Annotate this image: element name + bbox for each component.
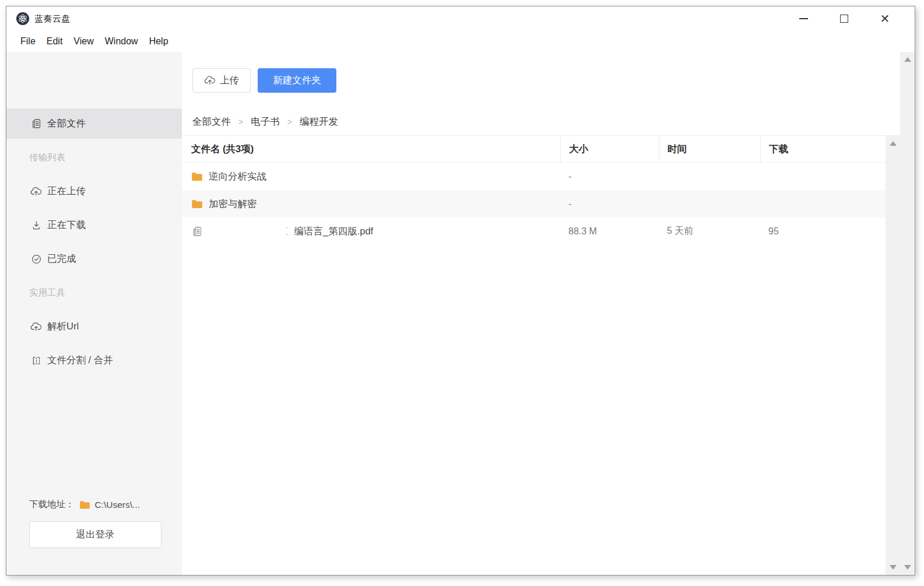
- sidebar-item-downloading[interactable]: 正在下载: [6, 210, 182, 240]
- file-downloads: [760, 190, 886, 217]
- sidebar-item-label: 已完成: [47, 252, 76, 265]
- sidebar-item-label: 正在上传: [47, 185, 86, 198]
- file-size: -: [560, 190, 659, 217]
- breadcrumb-separator: >: [238, 117, 243, 127]
- new-folder-button-label: 新建文件夹: [273, 74, 321, 87]
- column-header-size[interactable]: 大小: [560, 136, 659, 162]
- inner-scrollbar[interactable]: [886, 136, 900, 575]
- file-time: [659, 163, 760, 190]
- download-path-label: 下载地址：: [29, 499, 75, 511]
- sidebar-section-label: 传输列表: [29, 152, 65, 164]
- check-circle-icon: [30, 253, 42, 265]
- outer-scrollbar[interactable]: [900, 52, 915, 575]
- file-size: 88.3 M: [560, 217, 659, 245]
- breadcrumb: 全部文件 > 电子书 > 编程开发: [182, 108, 900, 136]
- sidebar-item-parse-url[interactable]: 解析Url: [6, 311, 182, 342]
- app-logo-icon: [16, 12, 30, 26]
- files-icon: [30, 118, 42, 129]
- file-table: 文件名 (共3项) 大小 时间 下载 逆向分析实战: [182, 136, 886, 575]
- table-row[interactable]: 逆向分析实战 -: [182, 163, 886, 190]
- download-icon: [30, 219, 42, 231]
- title-bar: 蓝奏云盘 ✕: [6, 6, 915, 31]
- column-header-name[interactable]: 文件名 (共3项): [182, 136, 560, 162]
- sidebar-section-tools: 实用工具: [6, 278, 182, 308]
- menu-bar: File Edit View Window Help: [6, 31, 915, 52]
- sidebar-item-split-merge[interactable]: 文件分割 / 合并: [6, 345, 182, 376]
- file-time: 5 天前: [659, 217, 760, 245]
- menu-help[interactable]: Help: [149, 36, 168, 47]
- logout-button[interactable]: 退出登录: [29, 521, 161, 548]
- folder-icon: [79, 500, 90, 510]
- breadcrumb-separator: >: [287, 117, 292, 127]
- maximize-button[interactable]: [839, 13, 849, 24]
- cloud-upload-icon: [204, 75, 216, 85]
- split-merge-icon: [30, 355, 42, 366]
- minimize-button[interactable]: [798, 13, 809, 24]
- sidebar-section-label: 实用工具: [29, 287, 65, 299]
- table-row[interactable]: 汇编语言_第四版.pdf 88.3 M 5 天前 95: [182, 217, 886, 245]
- sidebar-bottom: 下载地址： C:\Users\... 退出登录: [29, 499, 161, 548]
- menu-file[interactable]: File: [20, 36, 36, 47]
- menu-window[interactable]: Window: [105, 36, 138, 47]
- scroll-up-arrow-icon[interactable]: [890, 141, 897, 146]
- table-row[interactable]: 加密与解密 -: [182, 190, 886, 217]
- app-window: 蓝奏云盘 ✕ File Edit View Window Help: [6, 6, 915, 576]
- file-name: 加密与解密: [209, 198, 257, 210]
- sidebar-section-transfer-list: 传输列表: [6, 142, 182, 173]
- new-folder-button[interactable]: 新建文件夹: [258, 68, 336, 93]
- breadcrumb-item-current: 编程开发: [300, 115, 338, 128]
- file-table-region: 文件名 (共3项) 大小 时间 下载 逆向分析实战: [182, 136, 900, 575]
- sidebar-item-all-files[interactable]: 全部文件: [6, 108, 182, 139]
- sidebar-item-label: 解析Url: [47, 320, 79, 333]
- sidebar-item-label: 正在下载: [47, 219, 86, 231]
- file-time: [659, 190, 760, 217]
- sidebar: 全部文件 传输列表 正在上传: [6, 52, 182, 575]
- file-name: 逆向分析实战: [209, 170, 266, 183]
- scroll-down-arrow-icon[interactable]: [890, 565, 897, 570]
- redaction-overlay: [204, 222, 286, 240]
- main-content: 上传 新建文件夹 全部文件 > 电子书 > 编程开发 文件名 (共3项) 大小: [182, 52, 900, 575]
- file-downloads: 95: [760, 217, 886, 245]
- close-button[interactable]: ✕: [880, 13, 890, 24]
- column-header-time[interactable]: 时间: [659, 136, 760, 162]
- folder-icon: [191, 171, 203, 183]
- sidebar-item-uploading[interactable]: 正在上传: [6, 176, 182, 206]
- file-downloads: [760, 163, 886, 190]
- menu-view[interactable]: View: [73, 36, 93, 47]
- scroll-up-arrow-icon[interactable]: [904, 57, 911, 62]
- file-name: 编语言_第四版.pdf: [294, 225, 374, 238]
- file-icon: [191, 226, 203, 237]
- download-path-row[interactable]: 下载地址： C:\Users\...: [29, 499, 161, 511]
- app-body: 全部文件 传输列表 正在上传: [6, 52, 915, 575]
- logout-button-label: 退出登录: [76, 528, 115, 541]
- sidebar-item-label: 文件分割 / 合并: [47, 354, 113, 367]
- file-size: -: [560, 163, 659, 190]
- download-path-value: C:\Users\...: [95, 500, 140, 510]
- upload-button[interactable]: 上传: [192, 68, 251, 93]
- upload-button-label: 上传: [220, 74, 239, 87]
- window-controls: ✕: [798, 13, 915, 24]
- breadcrumb-item-all-files[interactable]: 全部文件: [192, 115, 231, 128]
- folder-icon: [191, 198, 203, 210]
- app-title: 蓝奏云盘: [34, 13, 71, 24]
- column-header-downloads[interactable]: 下载: [760, 136, 886, 162]
- menu-edit[interactable]: Edit: [47, 36, 63, 47]
- cloud-upload-icon: [30, 321, 42, 332]
- scroll-down-arrow-icon[interactable]: [904, 565, 911, 570]
- sidebar-item-label: 全部文件: [47, 117, 86, 130]
- cloud-upload-icon: [30, 185, 42, 197]
- sidebar-item-completed[interactable]: 已完成: [6, 244, 182, 274]
- breadcrumb-item-ebooks[interactable]: 电子书: [251, 115, 280, 128]
- toolbar: 上传 新建文件夹: [182, 52, 900, 108]
- table-header-row: 文件名 (共3项) 大小 时间 下载: [182, 136, 886, 163]
